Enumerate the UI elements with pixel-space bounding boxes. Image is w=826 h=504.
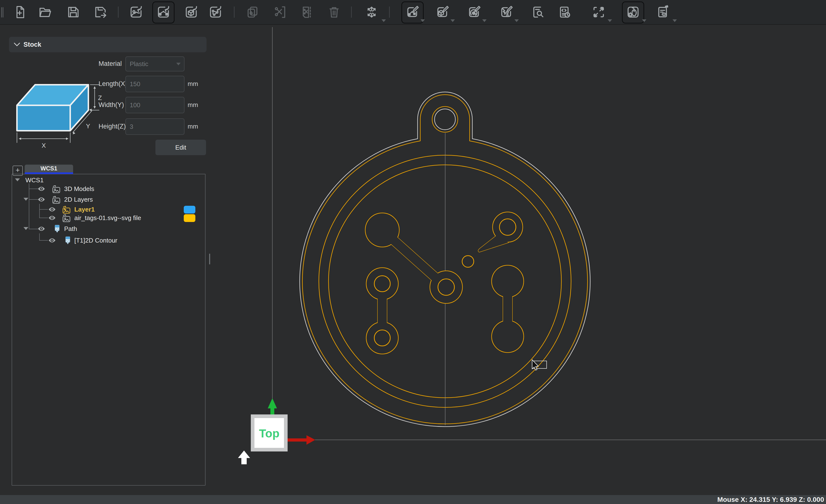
trash-icon: [327, 5, 341, 19]
open-file-button[interactable]: [38, 5, 53, 20]
edit-rotary-menu-caret[interactable]: [482, 19, 487, 22]
tree-row-layer1[interactable]: Layer1: [12, 205, 203, 214]
document-preview-button[interactable]: [530, 5, 545, 20]
visibility-eye-icon[interactable]: [38, 186, 45, 192]
mouse-settings-button[interactable]: [626, 5, 641, 20]
main-toolbar: [0, 0, 826, 25]
edit-model-menu-caret[interactable]: [451, 19, 455, 22]
edit-laser-button[interactable]: [499, 5, 514, 20]
view-cube-label: Top: [259, 427, 279, 440]
chevron-down-icon: [176, 63, 181, 65]
length-value: 150: [130, 80, 140, 88]
import-image-icon: [129, 5, 143, 19]
collapse-arrow-icon[interactable]: [23, 198, 28, 201]
length-unit: mm: [188, 80, 198, 88]
tree-row-wcs1[interactable]: WCS1: [12, 176, 203, 185]
fit-view-menu-caret[interactable]: [608, 19, 612, 22]
import-toolpath-button[interactable]: [208, 5, 223, 20]
tree-row-3d-models[interactable]: 3D Models: [12, 185, 203, 193]
new-file-icon: [13, 5, 26, 19]
collapse-arrow-icon[interactable]: [23, 227, 28, 230]
view-cube[interactable]: Top: [251, 415, 288, 451]
edit-laser-menu-caret[interactable]: [515, 19, 519, 22]
panel-resize-grip[interactable]: [209, 254, 210, 264]
layer-image-icon: [52, 196, 61, 204]
transform-menu-caret[interactable]: [381, 19, 386, 22]
layer-color-swatch[interactable]: [184, 214, 195, 222]
application-window: Top: [0, 0, 826, 504]
stock-axis-x-label: X: [42, 142, 46, 149]
import-image-button[interactable]: [128, 5, 143, 20]
view-settings-button[interactable]: [655, 5, 670, 20]
home-view-icon[interactable]: [238, 450, 250, 464]
tree-row-2d-contour[interactable]: [T1]2D Contour: [12, 236, 203, 245]
wcs-tab[interactable]: WCS1: [25, 165, 73, 172]
x-axis-arrow: [288, 435, 315, 445]
copy-button[interactable]: [245, 5, 260, 20]
tree-label: WCS1: [25, 177, 44, 184]
edit-vector-menu-caret[interactable]: [420, 19, 425, 22]
document-preview-icon: [531, 5, 545, 19]
chevron-down-icon: [14, 42, 20, 47]
save-as-button[interactable]: [93, 5, 108, 20]
tree-row-path[interactable]: Path: [12, 225, 203, 233]
view-settings-icon: [656, 5, 669, 19]
transform-button[interactable]: [364, 5, 379, 20]
y-axis-arrow: [268, 398, 277, 415]
visibility-eye-icon[interactable]: [38, 197, 45, 202]
import-vector-button[interactable]: [156, 5, 171, 20]
fit-view-icon: [592, 5, 606, 19]
toolbar-separator: [351, 7, 352, 18]
copy-icon: [245, 5, 259, 19]
visibility-eye-icon[interactable]: [48, 206, 56, 212]
stock-axis-y-label: Y: [86, 123, 90, 130]
gcode-document-icon: [557, 5, 572, 19]
visibility-eye-icon[interactable]: [38, 226, 45, 232]
collapse-arrow-icon[interactable]: [15, 178, 20, 181]
height-input[interactable]: 3: [125, 118, 184, 135]
edit-rotary-button[interactable]: [467, 5, 482, 20]
height-value: 3: [130, 123, 133, 130]
tree-label: Layer1: [74, 206, 95, 213]
stock-panel-header[interactable]: Stock: [9, 37, 206, 52]
edit-stock-button[interactable]: Edit: [156, 140, 206, 155]
tree-label: 3D Models: [64, 185, 94, 193]
delete-button[interactable]: [327, 5, 342, 20]
drawing-tag-outline: [300, 92, 590, 427]
stock-panel-title: Stock: [23, 41, 41, 48]
new-file-button[interactable]: [12, 5, 27, 20]
layer-image-icon: [62, 214, 71, 223]
edit-model-icon: [435, 5, 450, 19]
status-bar: Mouse X: 24.315 Y: 6.939 Z: 0.000: [0, 495, 826, 504]
add-wcs-button[interactable]: +: [13, 166, 23, 176]
material-select[interactable]: Plastic: [125, 56, 184, 71]
toolbar-separator: [118, 7, 119, 18]
paste-button[interactable]: [299, 5, 314, 20]
toolbar-drag-handle[interactable]: [1, 7, 2, 17]
view-settings-menu-caret[interactable]: [672, 19, 677, 22]
layer-color-swatch[interactable]: [184, 206, 195, 213]
visibility-eye-icon[interactable]: [48, 215, 56, 221]
cut-button[interactable]: [273, 5, 288, 20]
toolbar-separator: [389, 7, 390, 18]
tree-row-2d-layers[interactable]: 2D Layers: [12, 195, 203, 204]
visibility-eye-icon[interactable]: [48, 238, 56, 243]
edit-model-button[interactable]: [435, 5, 450, 20]
import-toolpath-icon: [209, 5, 223, 19]
import-model-button[interactable]: [184, 5, 199, 20]
fit-view-button[interactable]: [591, 5, 606, 20]
toolpath-tool-icon: [53, 225, 62, 233]
tree-row-svg-file[interactable]: air_tags-01.svg--svg file: [12, 214, 203, 223]
width-value: 100: [130, 102, 140, 109]
wcs-tab-active-indicator: [25, 172, 73, 174]
width-label: Width(Y): [99, 101, 124, 109]
edit-vector-icon: [406, 5, 419, 19]
gcode-document-button[interactable]: [557, 5, 572, 20]
length-input[interactable]: 150: [125, 76, 184, 92]
width-input[interactable]: 100: [125, 97, 184, 113]
toolbar-drag-handle[interactable]: [3, 7, 3, 17]
mouse-settings-menu-caret[interactable]: [642, 19, 646, 22]
save-button[interactable]: [66, 5, 81, 20]
stock-preview-image: Z Y X: [12, 69, 107, 151]
edit-vector-button[interactable]: [405, 5, 420, 20]
